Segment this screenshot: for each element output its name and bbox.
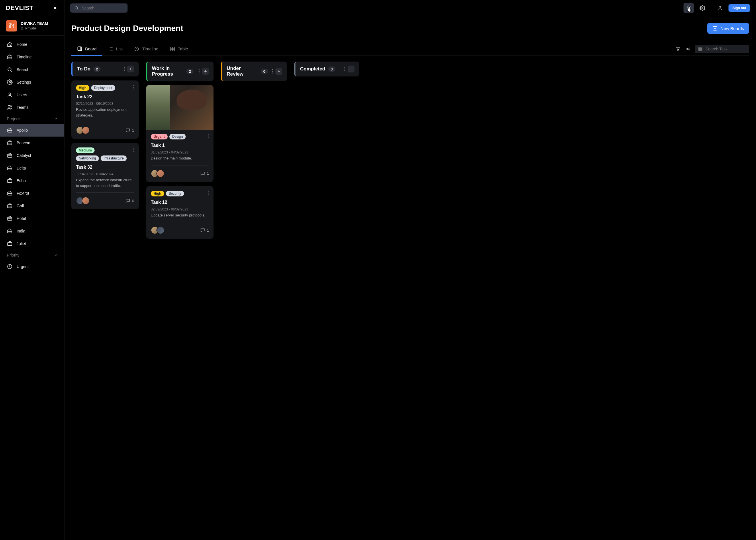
comment-icon	[125, 198, 130, 203]
add-card-button[interactable]	[127, 66, 134, 72]
team-name: DEVIKA TEAM	[21, 21, 48, 26]
add-card-button[interactable]	[202, 68, 209, 75]
project-echo[interactable]: Echo	[0, 174, 64, 187]
column-menu-button[interactable]	[197, 69, 201, 73]
nav-users[interactable]: Users	[0, 88, 64, 101]
svg-point-21	[719, 6, 721, 8]
card-menu-button[interactable]	[133, 85, 134, 90]
search-input[interactable]	[82, 6, 132, 10]
global-search[interactable]	[70, 3, 127, 13]
svg-point-3	[9, 81, 11, 83]
add-card-button[interactable]	[276, 68, 282, 75]
svg-point-48	[272, 69, 273, 70]
tab-list[interactable]: List	[102, 42, 128, 56]
task-card[interactable]: Medium Networking Infrastructure Task 32…	[71, 143, 139, 209]
projects-section-header[interactable]: Projects	[0, 114, 64, 124]
tab-timeline[interactable]: Timeline	[128, 42, 164, 56]
close-sidebar-button[interactable]	[52, 5, 59, 11]
project-label: Catalyst	[17, 153, 31, 158]
priority-item-label: Urgent	[17, 264, 29, 269]
nav-teams[interactable]: Teams	[0, 101, 64, 114]
nav-search[interactable]: Search	[0, 63, 64, 76]
priority-tag: Urgent	[151, 134, 168, 139]
priority-urgent[interactable]: Urgent	[0, 260, 64, 273]
task-card[interactable]: High Deployment Task 22 02/19/2023 - 06/…	[71, 80, 139, 139]
column-header-done: Completed 0	[294, 62, 359, 76]
nav-settings[interactable]: Settings	[0, 76, 64, 88]
card-footer: 1	[151, 222, 209, 234]
priority-section-header[interactable]: Priority	[0, 250, 64, 260]
new-board-button[interactable]: New Boards	[707, 23, 749, 34]
project-label: Apollo	[17, 128, 28, 133]
task-card[interactable]: Urgent Design Task 1 01/09/2023 - 04/09/…	[146, 85, 214, 182]
profile-button[interactable]	[715, 3, 725, 13]
card-menu-button[interactable]	[208, 134, 209, 138]
card-menu-button[interactable]	[208, 191, 209, 195]
card-tags: High Deployment	[76, 85, 115, 91]
svg-point-49	[272, 71, 273, 72]
tab-board[interactable]: Board	[71, 42, 102, 56]
card-menu-button[interactable]	[133, 147, 134, 152]
comments[interactable]: 1	[200, 228, 209, 233]
settings-button[interactable]	[697, 3, 707, 13]
signout-button[interactable]: Sign out	[728, 4, 750, 12]
comments[interactable]: 1	[125, 128, 134, 133]
column-header-review: Under Review 0	[221, 62, 287, 81]
priority-label: Priority	[7, 253, 20, 257]
column-actions	[271, 68, 282, 75]
svg-point-39	[199, 69, 200, 70]
filter-button[interactable]	[674, 45, 682, 53]
column-menu-button[interactable]	[343, 67, 346, 71]
comments[interactable]: 0	[125, 198, 134, 203]
priority-tag: Medium	[76, 147, 94, 153]
svg-point-40	[199, 71, 200, 72]
project-beacon[interactable]: Beacon	[0, 137, 64, 149]
nav-home[interactable]: Home	[0, 38, 64, 51]
home-icon	[7, 42, 13, 47]
svg-point-36	[133, 148, 134, 149]
lock-icon	[21, 27, 24, 30]
card-tags: Medium	[76, 147, 94, 153]
project-juliet[interactable]: Juliet	[0, 237, 64, 250]
svg-point-35	[133, 89, 134, 90]
task-search-input[interactable]	[705, 47, 756, 51]
project-hotel[interactable]: Hotel	[0, 212, 64, 225]
clock-icon	[134, 46, 139, 52]
task-card[interactable]: High Security Task 12 02/09/2023 - 06/09…	[146, 186, 214, 239]
category-tag: Security	[166, 191, 184, 197]
column-review: Under Review 0	[221, 62, 287, 85]
comments[interactable]: 1	[200, 171, 209, 176]
count-badge: 0	[261, 69, 268, 74]
task-search[interactable]	[695, 45, 749, 53]
svg-point-51	[344, 67, 345, 68]
team-section[interactable]: DEVIKA TEAM Private	[0, 16, 64, 36]
card-date: 11/04/2023 - 01/04/2024	[76, 172, 134, 176]
theme-toggle-button[interactable]	[683, 3, 694, 13]
nav-timeline[interactable]: Timeline	[0, 51, 64, 63]
users-icon	[7, 104, 13, 110]
project-india[interactable]: India	[0, 225, 64, 237]
sidebar: DEVLIST DEVIKA TEAM Private Home	[0, 0, 65, 540]
column-menu-button[interactable]	[271, 69, 274, 73]
share-button[interactable]	[684, 45, 692, 53]
project-label: Hotel	[17, 216, 26, 221]
share-icon	[686, 47, 691, 51]
project-catalyst[interactable]: Catalyst	[0, 149, 64, 162]
project-apollo[interactable]: Apollo	[0, 124, 64, 137]
briefcase-icon	[7, 127, 13, 133]
card-desc: Design the main module.	[151, 156, 209, 161]
topbar: Sign out	[65, 0, 756, 16]
add-card-button[interactable]	[348, 66, 354, 72]
cursor-icon	[687, 7, 692, 14]
priority-tag: High	[151, 191, 164, 197]
tab-table-label: Table	[178, 46, 188, 51]
project-golf[interactable]: Golf	[0, 200, 64, 212]
svg-point-6	[10, 106, 12, 107]
column-actions	[123, 66, 134, 72]
column-menu-button[interactable]	[123, 67, 126, 71]
tab-table[interactable]: Table	[164, 42, 194, 56]
chevron-up-icon	[54, 253, 59, 257]
content: Product Design Development New Boards Bo…	[65, 16, 756, 540]
project-delta[interactable]: Delta	[0, 162, 64, 174]
project-foxtrot[interactable]: Foxtrot	[0, 187, 64, 200]
